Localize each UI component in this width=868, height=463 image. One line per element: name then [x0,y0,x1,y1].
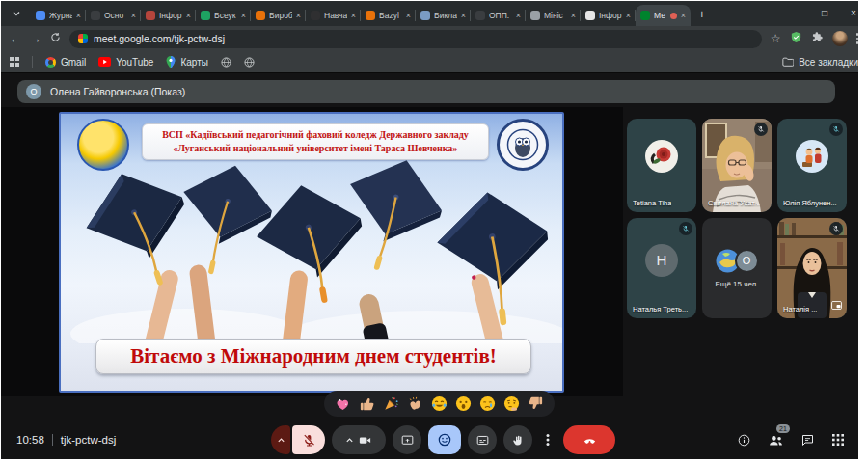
tab-favicon-icon [420,11,430,20]
tab-close-icon[interactable]: × [516,11,521,20]
captions-button[interactable] [468,425,497,454]
tab-close-icon[interactable]: × [76,11,81,20]
tab-label: Викла [434,11,457,20]
reaction-thumbs-down[interactable] [528,395,544,412]
mic-mute-button[interactable] [292,425,325,454]
reaction-crying-face[interactable] [479,395,496,412]
browser-tab[interactable]: Журна× [31,5,86,26]
tab-close-icon[interactable]: × [681,11,686,20]
tab-label: Мініс [544,11,567,20]
browser-menu-button[interactable] [856,33,859,44]
tab-close-icon[interactable]: × [186,11,191,20]
minimize-button[interactable]: — [781,0,810,26]
meeting-info: 10:58 tjk-pctw-dsj [16,434,116,446]
cartoon-avatar [795,139,829,177]
more-options-button[interactable] [539,425,556,454]
reaction-thumbs-up[interactable] [359,395,375,412]
bookmark-item[interactable]: YouTube [98,56,153,68]
tab-close-icon[interactable]: × [351,11,356,20]
reaction-thinking-face[interactable] [503,395,520,412]
participant-tile[interactable]: ОЕщё 15 чел. [702,218,772,318]
tab-close-icon[interactable]: × [296,11,301,20]
browser-tab[interactable]: Ме× [636,5,691,26]
tab-close-icon[interactable]: × [406,11,411,20]
end-call-button[interactable] [563,425,615,454]
reload-button[interactable] [50,32,61,45]
reaction-astonished-face[interactable] [455,395,472,412]
browser-tab[interactable]: Вироб× [251,5,306,26]
browser-tab[interactable]: Інфор× [141,5,196,26]
profile-avatar[interactable] [832,31,848,46]
mic-control-group [271,425,325,454]
tab-favicon-icon [36,11,45,20]
browser-tab[interactable]: Інфор× [581,5,636,26]
activities-button[interactable] [831,433,845,447]
maximize-button[interactable]: □ [810,0,839,26]
tab-close-icon[interactable]: × [626,11,631,20]
browser-tab[interactable]: Викла× [416,5,471,26]
reaction-face-with-tears-of-joy[interactable] [431,395,448,412]
browser-tab[interactable]: Осно× [86,5,141,26]
reaction-sparkling-heart[interactable] [335,395,351,412]
browser-tab[interactable]: Всеук× [196,5,251,26]
overflow-participants: ОЕщё 15 чел. [702,218,772,318]
browser-tab[interactable]: Мініс× [526,5,581,26]
tab-label: Навча [324,11,347,20]
bookmark-item[interactable]: Gmail [45,56,86,68]
reactions-button[interactable] [428,425,461,454]
tab-close-icon[interactable]: × [571,11,576,20]
all-bookmarks-button[interactable]: Все закладки [782,57,858,68]
close-button[interactable]: × [839,0,868,26]
reaction-clapping-hands[interactable] [407,395,423,412]
browser-tab[interactable]: Навча× [306,5,361,26]
tab-close-icon[interactable]: × [461,11,466,20]
picture-in-picture-icon[interactable] [831,296,842,313]
forward-button[interactable]: → [30,32,41,45]
tab-favicon-icon [585,11,595,20]
tab-favicon-icon [366,11,375,20]
kebab-menu-icon [856,33,859,44]
chevron-up-icon [277,436,285,445]
back-button[interactable]: ← [10,32,21,45]
new-tab-button[interactable]: + [698,7,706,21]
url-field[interactable]: meet.google.com/tjk-pctw-dsj [69,30,762,48]
tab-search-button[interactable] [6,4,27,23]
address-bar: ← → meet.google.com/tjk-pctw-dsj ☆ [0,26,868,51]
mic-muted-badge [829,123,843,136]
extensions-button[interactable] [811,31,824,46]
participant-tile[interactable]: Юлія Яблунен... [777,119,847,212]
captions-icon [475,433,490,448]
graduation-caps-illustration [61,154,562,343]
raise-hand-button[interactable] [503,425,532,454]
presenter-name: Олена Гайворонська (Показ) [50,86,185,97]
meeting-panels: 21 [737,433,845,448]
recording-indicator-icon [670,13,677,19]
bookmark-item[interactable] [244,56,255,68]
browser-tab[interactable]: Bazyl× [361,5,416,26]
camera-control-group[interactable] [332,425,386,454]
bookmark-star-button[interactable]: ☆ [771,32,781,45]
participant-tile[interactable]: Світлана Усат... [702,119,772,212]
reaction-party-popper[interactable] [383,395,399,412]
present-button[interactable] [393,425,421,454]
participant-tile[interactable]: Tetiana Tiha [627,119,696,212]
bookmark-item[interactable]: Карты [166,56,208,68]
info-button[interactable] [737,433,751,448]
bookmark-item[interactable] [221,56,231,68]
people-button[interactable] [768,433,784,448]
chevron-down-icon [12,9,21,18]
tab-label: ОПП. [489,11,512,20]
participant-tile[interactable]: ННаталья Треть... [627,218,696,318]
adblock-extension-button[interactable] [790,31,802,46]
apps-shortcut-button[interactable] [10,57,19,67]
tab-close-icon[interactable]: × [131,11,136,20]
participant-tile[interactable]: Наталія ... [777,218,847,318]
chat-button[interactable] [800,433,815,448]
tab-close-icon[interactable]: × [241,11,246,20]
info-icon [737,433,751,448]
mic-options-chevron[interactable] [271,425,290,454]
mic-muted-badge [679,222,692,235]
apps-grid-icon [10,57,19,67]
browser-tab[interactable]: ОПП.× [471,5,526,26]
slide-title: Вітаємо з Міжнародним днем студентів! [95,339,531,374]
